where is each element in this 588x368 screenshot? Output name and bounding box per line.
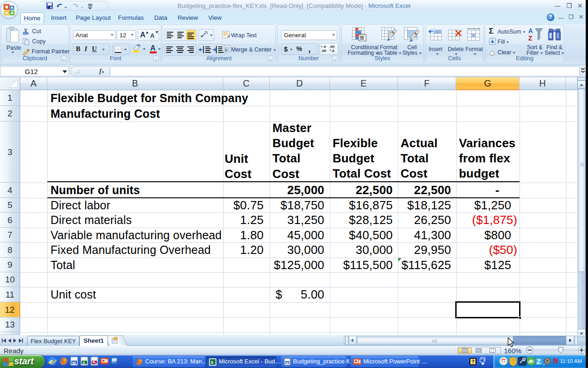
svg-text:X: X [210, 360, 214, 365]
svg-text:a: a [225, 48, 227, 52]
svg-text:A: A [529, 359, 532, 364]
svg-text:.0: .0 [323, 45, 326, 49]
svg-text:.0: .0 [331, 49, 334, 53]
svg-text:W: W [286, 362, 289, 365]
svg-text:Z: Z [537, 357, 541, 365]
svg-text:e: e [50, 357, 53, 366]
svg-text:.00: .00 [329, 45, 335, 49]
svg-text:.00: .00 [321, 49, 327, 53]
svg-text:X: X [83, 361, 85, 365]
svg-text:W: W [72, 361, 76, 365]
svg-text:A: A [528, 27, 533, 34]
svg-text:Z: Z [528, 34, 532, 42]
